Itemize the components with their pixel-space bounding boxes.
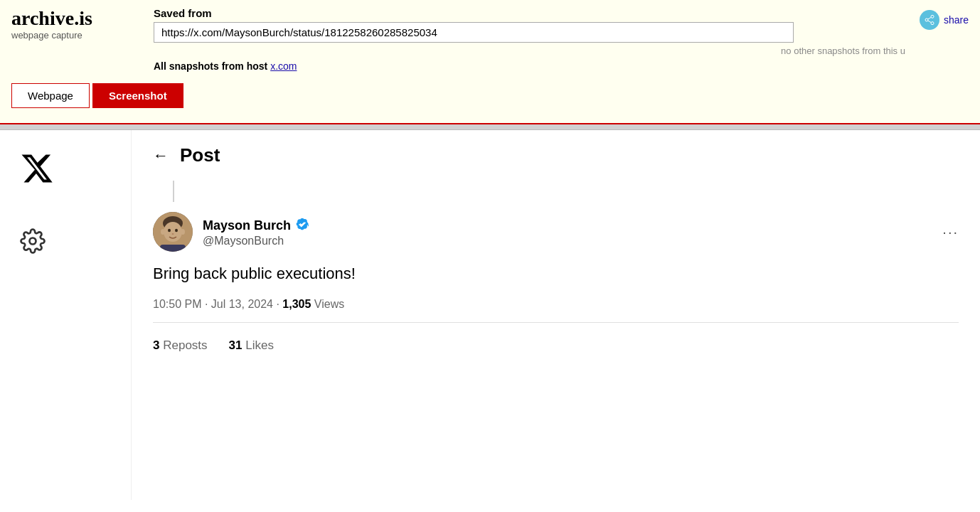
- svg-line-3: [928, 21, 932, 23]
- sidebar: [0, 130, 132, 500]
- tweet-container: Mayson Burch @MaysonBurch ···: [153, 205, 959, 367]
- tweet-divider: [153, 322, 959, 323]
- tab-screenshot[interactable]: Screenshot: [92, 83, 183, 108]
- archive-top-row: archive.is webpage capture Saved from ht…: [11, 7, 969, 78]
- author-handle: @MaysonBurch: [203, 235, 309, 247]
- separator-bar: [0, 124, 980, 130]
- share-icon: [920, 10, 939, 30]
- tweet-timestamp: 10:50 PM · Jul 13, 2024 ·: [153, 298, 282, 310]
- all-snapshots-row: All snapshots from host x.com: [154, 60, 905, 72]
- archive-saved-section: Saved from https://x.com/MaysonBurch/sta…: [154, 7, 905, 72]
- tweet-text: Bring back public executions!: [153, 263, 959, 285]
- likes-label: Likes: [242, 338, 273, 352]
- back-arrow[interactable]: ←: [153, 146, 169, 165]
- x-logo-icon: [20, 151, 54, 193]
- svg-point-2: [931, 22, 934, 25]
- reposts-stat[interactable]: 3 Reposts: [153, 338, 208, 353]
- svg-point-8: [164, 222, 182, 242]
- author-name-row: Mayson Burch: [203, 217, 309, 235]
- svg-point-10: [181, 229, 185, 235]
- likes-stat[interactable]: 31 Likes: [229, 338, 274, 353]
- svg-rect-14: [160, 245, 186, 252]
- svg-point-0: [931, 15, 934, 18]
- host-link[interactable]: x.com: [270, 60, 297, 72]
- archive-logo-subtitle: webpage capture: [11, 30, 139, 41]
- svg-point-11: [168, 229, 171, 232]
- main-content: ← Post: [132, 130, 980, 500]
- tweet-stats-row: 3 Reposts 31 Likes: [153, 331, 959, 360]
- author-info: Mayson Burch @MaysonBurch: [203, 217, 309, 247]
- connector-line: [173, 181, 174, 202]
- verified-badge-icon: [295, 217, 309, 235]
- svg-point-12: [175, 229, 178, 232]
- avatar: [153, 212, 193, 252]
- reposts-label: Reposts: [159, 338, 207, 352]
- svg-point-1: [925, 18, 928, 21]
- more-options-button[interactable]: ···: [942, 224, 959, 240]
- svg-point-13: [172, 233, 174, 235]
- svg-point-5: [30, 238, 36, 245]
- archive-logo-title: archive.is: [11, 7, 139, 30]
- tweet-author-row: Mayson Burch @MaysonBurch ···: [153, 212, 959, 252]
- tweet-author-left: Mayson Burch @MaysonBurch: [153, 212, 309, 252]
- author-name: Mayson Burch: [203, 218, 291, 233]
- content-area: ← Post: [0, 130, 980, 500]
- archive-logo: archive.is webpage capture: [11, 7, 139, 41]
- post-header: ← Post: [153, 144, 959, 166]
- tweet-meta: 10:50 PM · Jul 13, 2024 · 1,305 Views: [153, 298, 959, 311]
- tabs-row: Webpage Screenshot: [11, 83, 969, 108]
- views-label: Views: [311, 298, 344, 310]
- saved-from-label: Saved from: [154, 7, 905, 19]
- share-label: share: [944, 14, 969, 26]
- svg-point-9: [161, 229, 165, 235]
- svg-line-4: [928, 17, 932, 19]
- archive-header: archive.is webpage capture Saved from ht…: [0, 0, 980, 124]
- tab-webpage[interactable]: Webpage: [11, 83, 90, 108]
- url-bar[interactable]: https://x.com/MaysonBurch/status/1812258…: [154, 22, 794, 43]
- likes-count: 31: [229, 338, 243, 352]
- share-link[interactable]: share: [920, 7, 969, 30]
- settings-icon[interactable]: [20, 228, 46, 260]
- post-title: Post: [180, 144, 220, 166]
- no-other-snapshots-text: no other snapshots from this u: [154, 46, 905, 56]
- views-count: 1,305: [282, 298, 311, 310]
